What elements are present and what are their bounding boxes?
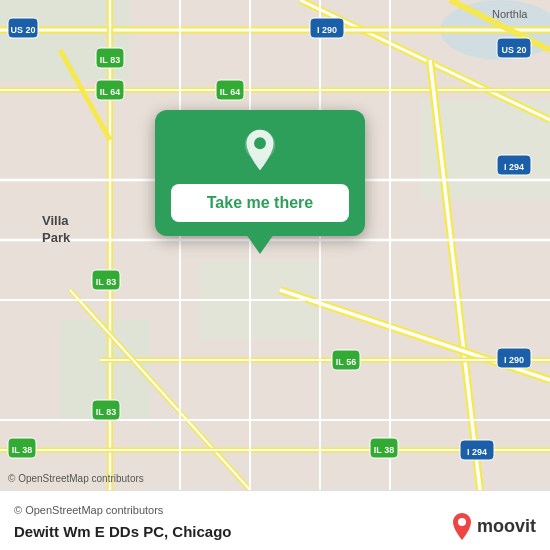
take-me-there-button[interactable]: Take me there	[171, 184, 349, 222]
svg-point-67	[254, 137, 266, 149]
popup-tail	[246, 234, 274, 254]
svg-text:Park: Park	[42, 230, 71, 245]
moovit-brand-label: moovit	[477, 516, 536, 537]
popup-card: Take me there	[155, 110, 365, 236]
svg-text:© OpenStreetMap contributors: © OpenStreetMap contributors	[8, 473, 144, 484]
svg-text:I 290: I 290	[504, 355, 524, 365]
location-pin-icon	[238, 128, 282, 172]
svg-point-68	[458, 518, 466, 526]
bottom-bar: © OpenStreetMap contributors Dewitt Wm E…	[0, 490, 550, 550]
svg-text:IL 83: IL 83	[96, 277, 116, 287]
moovit-pin-icon	[451, 512, 473, 540]
map-background: US 20 IL 83 IL 64 IL 64 I 290 I 294 US 2…	[0, 0, 550, 490]
svg-text:IL 56: IL 56	[336, 357, 356, 367]
svg-text:US 20: US 20	[501, 45, 526, 55]
svg-text:I 294: I 294	[467, 447, 487, 457]
svg-text:US 20: US 20	[10, 25, 35, 35]
map-container: US 20 IL 83 IL 64 IL 64 I 290 I 294 US 2…	[0, 0, 550, 490]
svg-text:IL 38: IL 38	[12, 445, 32, 455]
svg-text:IL 38: IL 38	[374, 445, 394, 455]
svg-text:IL 83: IL 83	[100, 55, 120, 65]
moovit-logo: moovit	[451, 512, 536, 540]
svg-text:I 290: I 290	[317, 25, 337, 35]
svg-text:I 294: I 294	[504, 162, 524, 172]
place-name: Dewitt Wm E DDs PC, Chicago	[14, 523, 232, 540]
svg-text:IL 64: IL 64	[220, 87, 240, 97]
svg-text:Villa: Villa	[42, 213, 69, 228]
svg-text:IL 64: IL 64	[100, 87, 120, 97]
osm-attribution: © OpenStreetMap contributors	[14, 504, 163, 516]
svg-text:IL 83: IL 83	[96, 407, 116, 417]
svg-text:Northla: Northla	[492, 8, 528, 20]
